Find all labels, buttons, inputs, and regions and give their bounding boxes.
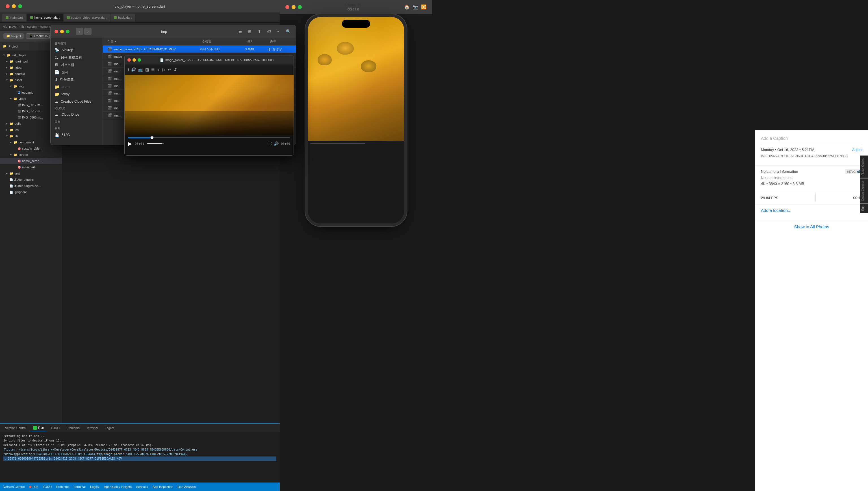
bottom-tab-problems[interactable]: Problems: [64, 425, 82, 431]
finder-max-btn[interactable]: [66, 30, 69, 33]
video-min-btn[interactable]: [132, 58, 136, 62]
bottom-tab-run[interactable]: Run: [30, 425, 46, 431]
finder-sidebar-apps[interactable]: 🗂 응용 프로그램: [51, 54, 102, 61]
video-max-btn[interactable]: [137, 58, 141, 62]
resolution-row: 4K • 3840 × 2160 • 8.8 MB: [761, 181, 862, 186]
tree-test[interactable]: ▶ 📁 test: [0, 170, 62, 176]
video-progress-bar[interactable]: [128, 137, 290, 138]
sim-max-btn[interactable]: [298, 5, 302, 9]
video-sound-icon[interactable]: 🔊: [131, 67, 136, 72]
finder-back-btn[interactable]: ‹: [76, 28, 83, 35]
bottom-tab-terminal[interactable]: Terminal: [83, 425, 101, 431]
finder-sidebar-cc-files[interactable]: ☁ Creative Cloud Files: [51, 98, 102, 105]
status-dart-analysis[interactable]: Dart Analysis: [178, 485, 196, 488]
project-button[interactable]: 📁 Project: [3, 33, 24, 39]
console-line-3: Reloaded 1 of 794 libraries in 196ms (co…: [3, 443, 276, 447]
tree-gitignore[interactable]: ▶ 📄 .gitignore: [0, 189, 62, 195]
finder-forward-btn[interactable]: ›: [84, 28, 92, 35]
finder-sidebar-airdrop[interactable]: 📡 AirDrop: [51, 47, 102, 54]
bottom-tab-todo[interactable]: TODO: [48, 425, 62, 431]
video-progress-handle[interactable]: [151, 136, 153, 139]
video-prev-icon[interactable]: ◁: [157, 67, 160, 72]
show-all-photos-btn[interactable]: Show in All Photos: [755, 221, 868, 232]
bottom-tab-version-control[interactable]: Version Control: [2, 425, 29, 431]
col-date[interactable]: 수정일: [200, 39, 245, 44]
iphone-video-area: [308, 17, 404, 141]
sim-close-btn[interactable]: [285, 5, 289, 9]
video-volume-bar[interactable]: [147, 143, 164, 144]
minimize-button[interactable]: [12, 4, 16, 8]
flutter-outline-label[interactable]: Flutter Outline: [860, 155, 868, 178]
col-name[interactable]: 이름 ▾: [103, 39, 200, 44]
video-screen-icon[interactable]: 📺: [138, 67, 143, 72]
status-version-control[interactable]: Version Control: [3, 485, 25, 488]
tab-custom-video[interactable]: custom_video_player.dart: [64, 13, 110, 22]
finder-action-btn[interactable]: ⬆: [256, 28, 263, 35]
tree-flutter-plugins[interactable]: ▶ 📄 .flutter-plugins: [0, 176, 62, 183]
tree-flutter-plugins-de[interactable]: ▶ 📄 .flutter-plugins-de…: [0, 183, 62, 189]
status-problems[interactable]: Problems: [56, 485, 69, 488]
finder-sidebar-icloud-drive[interactable]: ☁ iCloud Drive: [51, 111, 102, 118]
video-controls-row: ▶ 00:01 ⛶ 🔊 00:09: [128, 141, 290, 147]
finder-nav: ‹ ›: [76, 28, 92, 35]
run-side-label[interactable]: Run: [860, 203, 868, 213]
finder-view-list-btn[interactable]: ☰: [237, 28, 244, 35]
adjust-button[interactable]: Adjust: [852, 148, 862, 152]
finder-file-row-1[interactable]: 🎬 image_picker_7C5B...CBC36E8EB1B1.MOV 어…: [103, 46, 296, 53]
tab-main-dart[interactable]: main.dart: [2, 13, 26, 22]
photo-location-section: Add a location...: [755, 204, 868, 216]
airdrop-icon: 📡: [55, 48, 59, 52]
video-close-btn[interactable]: [127, 58, 131, 62]
sim-home-icon[interactable]: 🏠: [404, 4, 410, 10]
maximize-button[interactable]: [18, 4, 22, 8]
tab-home-screen[interactable]: home_screen.dart: [27, 13, 63, 22]
status-logcat[interactable]: Logcat: [90, 485, 99, 488]
status-terminal[interactable]: Terminal: [74, 485, 86, 488]
finder-min-btn[interactable]: [60, 30, 64, 33]
video-chapters-icon[interactable]: ▦: [145, 67, 149, 72]
tree-custom-vide[interactable]: ▶ 🎯 custom_vide…: [0, 145, 62, 152]
video-file-icon-10: 🎬: [107, 113, 112, 117]
sim-min-btn[interactable]: [291, 5, 296, 9]
tree-home-screen[interactable]: ▶ 🎯 home_scree…: [0, 158, 62, 164]
status-todo[interactable]: TODO: [43, 485, 52, 488]
finder-tag-btn[interactable]: 🏷: [265, 28, 273, 35]
finder-sidebar-docs[interactable]: 📄 문서: [51, 68, 102, 76]
tree-screen[interactable]: ▼ 📂 screen: [0, 152, 62, 158]
device-explorer-label[interactable]: Device Explorer: [860, 178, 868, 203]
finder-close-btn[interactable]: [55, 30, 58, 33]
finder-more-btn[interactable]: ⋯: [275, 28, 282, 35]
tab-basic[interactable]: basic.dart: [111, 13, 135, 22]
video-file-icon-7: 🎬: [107, 91, 112, 95]
video-repeat-icon[interactable]: ↺: [174, 67, 177, 72]
video-volume-icon[interactable]: 🔊: [274, 141, 279, 146]
video-play-btn[interactable]: ▶: [128, 141, 132, 147]
sim-rotate-icon[interactable]: 🔀: [421, 4, 427, 10]
video-next-icon[interactable]: ▷: [162, 67, 165, 72]
iphone-progress: [310, 143, 365, 144]
finder-search-btn[interactable]: 🔍: [284, 28, 292, 35]
video-shuffle-icon[interactable]: ↩: [168, 67, 171, 72]
finder-sidebar-downloads[interactable]: ⬇ 다운로드: [51, 76, 102, 83]
status-app-inspection[interactable]: App Inspection: [153, 485, 173, 488]
video-playlist-icon[interactable]: ☰: [151, 67, 155, 72]
close-button[interactable]: [6, 4, 10, 8]
col-kind[interactable]: 종류: [268, 39, 296, 44]
video-info-icon[interactable]: ℹ: [127, 67, 129, 72]
finder-sidebar-desktop[interactable]: 🖥 데스크탑: [51, 61, 102, 68]
col-size[interactable]: 크기: [245, 39, 268, 44]
video-fullscreen-icon[interactable]: ⛶: [268, 141, 272, 146]
status-run[interactable]: Run: [29, 485, 38, 488]
finder-view-grid-btn[interactable]: ⊞: [246, 28, 253, 35]
add-location-btn[interactable]: Add a location...: [761, 208, 862, 213]
sim-camera-icon[interactable]: 📷: [412, 4, 418, 10]
finder-sidebar-icopy[interactable]: 📁 icopy: [51, 90, 102, 98]
finder-sidebar-prpro[interactable]: 📁 prpro: [51, 83, 102, 90]
finder-favorites-label: 즐겨찾기: [51, 40, 102, 47]
bottom-tab-logcat[interactable]: Logcat: [102, 425, 117, 431]
finder-sidebar-512g[interactable]: 💾 512G: [51, 131, 102, 139]
add-caption-input[interactable]: Add a Caption: [761, 136, 862, 144]
status-app-quality[interactable]: App Quality Insights: [104, 485, 132, 488]
status-services[interactable]: Services: [136, 485, 148, 488]
tree-main-dart[interactable]: ▶ 🎯 main.dart: [0, 164, 62, 170]
